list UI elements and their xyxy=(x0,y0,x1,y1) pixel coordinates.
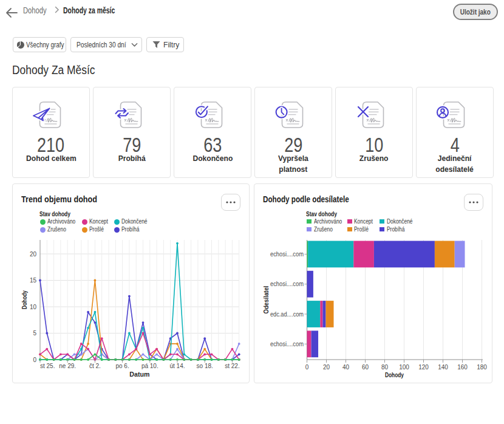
svg-text:Odesílatel: Odesílatel xyxy=(262,286,270,313)
svg-text:20: 20 xyxy=(30,251,37,258)
svg-text:st 25.: st 25. xyxy=(40,363,55,369)
svg-text:100: 100 xyxy=(399,364,409,371)
svg-text:edc.ad....com: edc.ad....com xyxy=(270,311,304,318)
svg-text:5: 5 xyxy=(33,330,36,337)
svg-text:Dohody: Dohody xyxy=(21,290,28,309)
svg-text:ne 29.: ne 29. xyxy=(59,363,76,369)
svg-text:echosi....com: echosi....com xyxy=(270,281,304,287)
svg-text:echosi....com: echosi....com xyxy=(270,251,304,258)
svg-text:st 22.: st 22. xyxy=(225,363,239,369)
svg-text:160: 160 xyxy=(457,364,468,371)
svg-text:60: 60 xyxy=(362,364,369,371)
svg-text:čt 2.: čt 2. xyxy=(89,363,101,369)
svg-text:po 6.: po 6. xyxy=(115,363,129,369)
svg-text:so 18.: so 18. xyxy=(197,363,213,369)
svg-text:0: 0 xyxy=(305,364,309,371)
svg-text:180: 180 xyxy=(477,364,487,371)
svg-text:15: 15 xyxy=(30,277,37,284)
svg-text:Datum: Datum xyxy=(129,371,149,378)
svg-text:40: 40 xyxy=(342,364,350,371)
svg-text:80: 80 xyxy=(381,364,389,371)
svg-text:út 14.: út 14. xyxy=(169,363,185,369)
svg-text:20: 20 xyxy=(323,364,330,371)
svg-text:0: 0 xyxy=(33,357,36,363)
svg-text:120: 120 xyxy=(418,364,429,371)
svg-text:10: 10 xyxy=(30,304,37,310)
svg-text:140: 140 xyxy=(438,364,448,371)
svg-text:echosi....com: echosi....com xyxy=(270,341,304,347)
svg-text:pá 10.: pá 10. xyxy=(141,363,158,369)
svg-text:Dohody: Dohody xyxy=(385,371,404,378)
